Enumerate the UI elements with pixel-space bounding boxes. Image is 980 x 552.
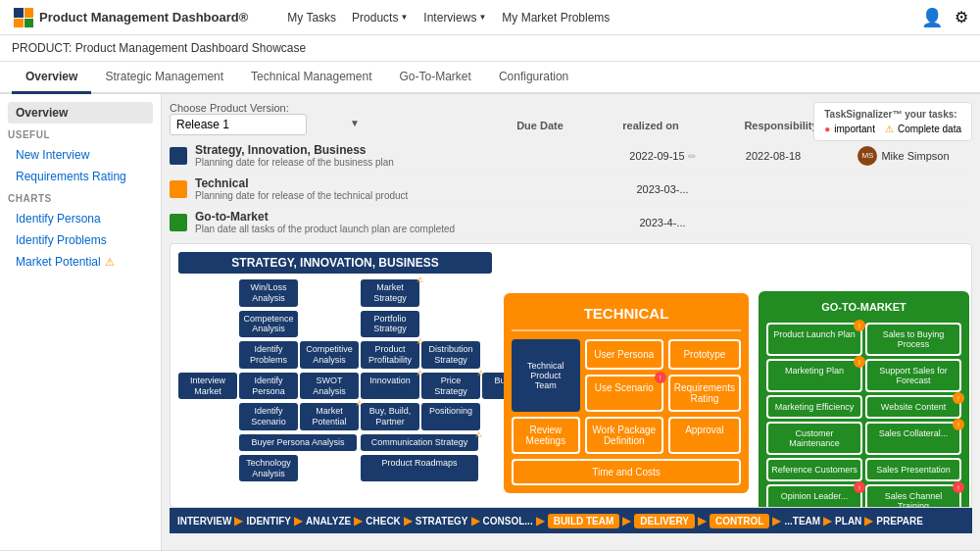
tech-approval[interactable]: Approval	[668, 417, 741, 454]
sidebar-item-requirements-rating[interactable]: Requirements Rating	[8, 166, 153, 187]
arrow-7: ▶	[622, 514, 631, 527]
warning-icon: ⚠	[105, 256, 115, 269]
gtm-sales-buying[interactable]: Sales to Buying Process	[865, 323, 961, 356]
flow-competitive[interactable]: CompetitiveAnalysis	[300, 341, 359, 369]
gtm-marketing-efficiency[interactable]: Marketing Efficiency	[766, 395, 862, 419]
gtm-support-sales[interactable]: Support Sales for Forecast	[865, 359, 961, 392]
sib-chart-title: STRATEGY, INNOVATION, BUSINESS	[178, 252, 492, 274]
arrow-8: ▶	[698, 514, 707, 527]
sidebar-item-overview[interactable]: Overview	[8, 102, 153, 124]
gtm-opinion-leader[interactable]: Opinion Leader...!	[766, 484, 862, 508]
flow-innovation[interactable]: Innovation	[361, 373, 419, 400]
tech-use-scenario[interactable]: Use Scenario!	[585, 375, 663, 412]
nav-interviews[interactable]: Interviews ▼	[423, 11, 486, 25]
process-check: CHECK	[366, 516, 401, 527]
tech-requirements-rating[interactable]: Requirements Rating	[668, 375, 741, 412]
flow-buyer-persona[interactable]: Buyer Persona Analysis	[239, 434, 357, 451]
complete-data-icon: ⚠	[885, 124, 894, 134]
flow-identify-problems[interactable]: IdentifyProblems	[239, 341, 298, 369]
sib-color	[170, 147, 187, 165]
technical-color	[170, 180, 187, 198]
flow-distribution[interactable]: DistributionStrategy	[421, 341, 480, 369]
svg-rect-0	[14, 8, 24, 18]
version-select[interactable]: Release 1	[170, 114, 307, 135]
arrow-9: ▶	[772, 514, 781, 527]
process-prepare: PREPARE	[876, 516, 923, 527]
gtm-sales-collateral[interactable]: Sales Collateral...!	[865, 422, 961, 455]
nav-my-tasks[interactable]: My Tasks	[287, 11, 336, 25]
gtm-reference-customers[interactable]: Reference Customers	[766, 458, 862, 481]
flow-win-loss[interactable]: Win/LossAnalysis	[239, 279, 298, 307]
flow-portfolio[interactable]: PortfolioStrategy	[361, 311, 419, 338]
main-nav: My Tasks Products ▼ Interviews ▼ My Mark…	[287, 11, 610, 25]
tech-prototype[interactable]: Prototype	[668, 339, 741, 370]
version-label: Choose Product Version:	[170, 102, 483, 114]
flow-product-roadmaps[interactable]: Product Roadmaps	[361, 455, 478, 482]
content-area: Choose Product Version: Release 1 ▼ Due …	[162, 94, 980, 550]
technical-due-date: 2023-03-...	[613, 183, 711, 195]
sidebar-item-identify-problems[interactable]: Identify Problems	[8, 229, 153, 251]
sidebar-item-market-potential[interactable]: Market Potential ⚠	[8, 251, 153, 273]
gtm-sales-channel[interactable]: Sales Channel Training!	[865, 484, 961, 508]
flow-identify-scenario[interactable]: IdentifyScenario	[239, 403, 298, 430]
flow-communication[interactable]: Communication Strategy	[361, 434, 478, 451]
nav-my-market-problems[interactable]: My Market Problems	[502, 11, 610, 25]
arrow-2: ▶	[294, 514, 303, 527]
settings-icon[interactable]: ⚙	[955, 8, 968, 26]
task-sig-important: ● important	[824, 124, 875, 134]
tech-review-meetings[interactable]: Review Meetings	[512, 417, 580, 454]
flow-buy-build[interactable]: Buy, Build,Partner	[361, 403, 419, 430]
edit-icon[interactable]: ✏	[688, 151, 696, 162]
gtm-sales-presentation[interactable]: Sales Presentation	[865, 458, 961, 481]
arrow-10: ▶	[823, 514, 832, 527]
sidebar: Overview USEFUL New Interview Requiremen…	[0, 94, 162, 550]
gtm-title-label: Go-to-Market	[195, 210, 606, 224]
flow-interview-market[interactable]: InterviewMarket	[178, 373, 237, 400]
flow-competence[interactable]: CompetenceAnalysis	[239, 311, 298, 338]
tab-go-to-market[interactable]: Go-To-Market	[386, 62, 485, 94]
sib-title: Strategy, Innovation, Business	[195, 143, 606, 157]
tab-configuration[interactable]: Configuration	[485, 62, 582, 94]
tab-strategic-management[interactable]: Strategic Management	[91, 62, 237, 94]
sidebar-item-new-interview[interactable]: New Interview	[8, 144, 153, 166]
gtm-customer-maintenance[interactable]: Customer Maintenance	[766, 422, 862, 455]
tab-technical-management[interactable]: Technical Management	[237, 62, 385, 94]
flow-identify-persona[interactable]: IdentifyPersona	[239, 373, 298, 400]
flow-product-profitability[interactable]: ProductProfitability	[361, 341, 419, 369]
gtm-product-launch[interactable]: Product Launch Plan!	[766, 323, 862, 356]
process-strategy: STRATEGY	[416, 516, 468, 527]
arrow-11: ▶	[864, 514, 873, 527]
flow-market-strategy[interactable]: Market Strategy	[361, 279, 419, 307]
tech-grid: User Persona TechnicalProductTeam Protot…	[512, 339, 741, 485]
gtm-marketing-plan[interactable]: Marketing Plan!	[766, 359, 862, 392]
gtm-overlay: GO-TO-MARKET Product Launch Plan! Sales …	[759, 291, 969, 508]
gtm-color	[170, 214, 187, 231]
tech-user-persona[interactable]: User Persona	[585, 339, 663, 370]
tab-overview[interactable]: Overview	[12, 62, 91, 94]
flow-market-potential[interactable]: MarketPotential	[300, 403, 359, 430]
sidebar-section-useful: USEFUL	[8, 129, 153, 140]
important-icon: ●	[824, 124, 830, 134]
sib-due-date: 2022-09-15 ✏	[613, 150, 711, 162]
tech-time-costs[interactable]: Time and Costs	[512, 459, 741, 485]
nav-products[interactable]: Products ▼	[352, 11, 408, 25]
strategy-row-sib: Strategy, Innovation, Business Planning …	[170, 139, 972, 173]
svg-rect-1	[24, 8, 33, 18]
tech-work-package[interactable]: Work Package Definition	[585, 417, 663, 454]
logo-icon	[12, 6, 35, 29]
flow-price-strategy[interactable]: Price Strategy	[421, 373, 480, 400]
gtm-desc: Plan date all tasks of the product launc…	[195, 224, 606, 234]
col-realized-on: realized on	[597, 102, 705, 131]
gtm-website-content[interactable]: Website Content!	[865, 395, 961, 419]
tech-product-team[interactable]: TechnicalProductTeam	[512, 339, 580, 412]
arrow-3: ▶	[354, 514, 363, 527]
flow-technology[interactable]: TechnologyAnalysis	[239, 455, 298, 482]
arrow-6: ▶	[536, 514, 545, 527]
user-icon[interactable]: 👤	[921, 7, 943, 28]
sib-desc: Planning date for release of the busines…	[195, 157, 606, 168]
flow-positioning[interactable]: Positioning	[421, 403, 480, 430]
flow-swot[interactable]: SWOT Analysis	[300, 373, 359, 400]
svg-rect-3	[24, 19, 33, 27]
sidebar-item-identify-persona[interactable]: Identify Persona	[8, 208, 153, 229]
technical-info: Technical Planning date for release of t…	[195, 176, 606, 201]
